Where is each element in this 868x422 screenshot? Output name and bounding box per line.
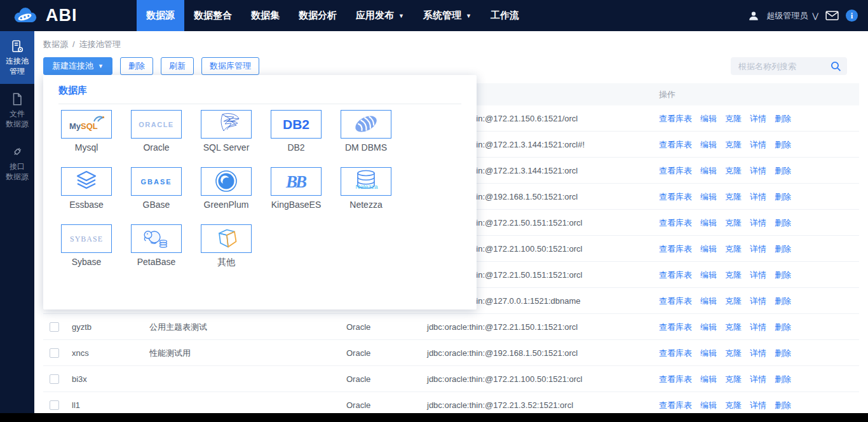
action-link[interactable]: 查看库表 — [659, 132, 692, 158]
action-link[interactable]: 克隆 — [725, 340, 742, 366]
row-checkbox[interactable] — [50, 400, 59, 410]
action-link[interactable]: 编辑 — [700, 184, 717, 210]
sidebar-item-api[interactable]: 接口 数据源 — [0, 137, 34, 189]
action-link[interactable]: 删除 — [775, 184, 791, 210]
row-checkbox[interactable] — [50, 322, 59, 332]
db-card-sqlserver[interactable] — [201, 110, 252, 139]
db-card-sybase[interactable]: SYBASE — [61, 224, 112, 253]
db-card-kingbase[interactable]: BB — [271, 167, 322, 196]
action-link[interactable]: 删除 — [775, 132, 791, 158]
row-checkbox[interactable] — [50, 348, 59, 358]
action-link[interactable]: 删除 — [775, 340, 791, 366]
action-link[interactable]: 克隆 — [725, 158, 742, 184]
refresh-button[interactable]: 刷新 — [161, 57, 194, 75]
db-card-gbase[interactable]: GBASE — [131, 167, 182, 196]
nav-item-workflow[interactable]: 工作流 ▼ — [481, 0, 529, 31]
action-link[interactable]: 删除 — [775, 210, 791, 236]
action-link[interactable]: 删除 — [775, 158, 791, 184]
action-link[interactable]: 查看库表 — [659, 236, 692, 262]
action-link[interactable]: 详情 — [750, 340, 766, 366]
action-link[interactable]: 详情 — [750, 366, 766, 392]
action-link[interactable]: 详情 — [750, 132, 766, 158]
db-manage-button[interactable]: 数据库管理 — [201, 57, 259, 75]
db-card-essbase[interactable] — [61, 167, 112, 196]
db-card-petabase[interactable] — [131, 224, 182, 253]
action-link[interactable]: 删除 — [775, 288, 791, 314]
action-link[interactable]: 详情 — [750, 184, 766, 210]
db-card-greenplum[interactable] — [201, 167, 252, 196]
action-link[interactable]: 查看库表 — [659, 210, 692, 236]
nav-item-dataset[interactable]: 数据集 ▼ — [241, 0, 289, 31]
caret-down-icon: ▼ — [466, 13, 471, 19]
action-link[interactable]: 编辑 — [700, 236, 717, 262]
nav-item-datasource[interactable]: 数据源 ▼ — [137, 0, 184, 31]
action-link[interactable]: 编辑 — [700, 366, 717, 392]
action-link[interactable]: 克隆 — [725, 210, 742, 236]
db-card-db2[interactable]: DB2 — [271, 110, 322, 139]
db-card-other[interactable] — [201, 224, 252, 253]
action-link[interactable]: 克隆 — [725, 132, 742, 158]
new-pool-button[interactable]: 新建连接池 ▼ — [43, 57, 112, 75]
action-link[interactable]: 详情 — [750, 236, 766, 262]
action-link[interactable]: 查看库表 — [659, 106, 692, 132]
nav-item-system[interactable]: 系统管理 ▼ — [414, 0, 481, 31]
info-icon[interactable]: i — [846, 10, 858, 22]
db-card-netezza[interactable]: Netezza — [341, 167, 391, 196]
action-link[interactable]: 编辑 — [700, 210, 717, 236]
action-link[interactable]: 编辑 — [700, 132, 717, 158]
mail-icon[interactable] — [825, 11, 839, 20]
breadcrumb-item[interactable]: 数据源 — [43, 39, 68, 49]
nav-item-integration[interactable]: 数据整合 ▼ — [184, 0, 241, 31]
action-link[interactable]: 详情 — [750, 106, 766, 132]
nav-item-analysis[interactable]: 数据分析 ▼ — [289, 0, 346, 31]
action-link[interactable]: 编辑 — [700, 262, 717, 288]
action-link[interactable]: 查看库表 — [659, 262, 692, 288]
action-link[interactable]: 克隆 — [725, 314, 742, 340]
action-link[interactable]: 克隆 — [725, 288, 742, 314]
other-logo-icon — [201, 224, 252, 253]
action-link[interactable]: 编辑 — [700, 340, 717, 366]
action-link[interactable]: 详情 — [750, 262, 766, 288]
action-link[interactable]: 删除 — [775, 236, 791, 262]
action-link[interactable]: 详情 — [750, 158, 766, 184]
db-card-dmdbms[interactable] — [341, 110, 391, 139]
action-link[interactable]: 查看库表 — [659, 158, 692, 184]
action-link[interactable]: 详情 — [750, 210, 766, 236]
action-link[interactable]: 查看库表 — [659, 288, 692, 314]
delete-button[interactable]: 删除 — [120, 57, 153, 75]
cell-name: bi3x — [72, 366, 87, 392]
sidebar-item-pool[interactable]: 连接池 管理 — [0, 31, 34, 84]
action-link[interactable]: 删除 — [775, 314, 791, 340]
action-link[interactable]: 删除 — [775, 262, 791, 288]
action-link[interactable]: 克隆 — [725, 262, 742, 288]
action-link[interactable]: 编辑 — [700, 106, 717, 132]
sidebar-item-file[interactable]: 文件 数据源 — [0, 84, 34, 137]
action-link[interactable]: 克隆 — [725, 184, 742, 210]
search-input[interactable] — [738, 62, 831, 71]
file-icon — [10, 92, 24, 106]
action-link[interactable]: 克隆 — [725, 106, 742, 132]
row-checkbox[interactable] — [50, 374, 59, 384]
db-card-oracle[interactable]: ORACLE — [131, 110, 182, 139]
app-logo[interactable]: ABI — [0, 0, 137, 31]
action-link[interactable]: 详情 — [750, 314, 766, 340]
bottom-black-bar — [0, 413, 868, 422]
action-link[interactable]: 编辑 — [700, 158, 717, 184]
action-link[interactable]: 删除 — [775, 106, 791, 132]
db-card-mysql[interactable]: MySQL — [61, 110, 112, 139]
action-link[interactable]: 克隆 — [725, 236, 742, 262]
action-link[interactable]: 查看库表 — [659, 340, 692, 366]
nav-item-publish[interactable]: 应用发布 ▼ — [346, 0, 414, 31]
action-link[interactable]: 删除 — [775, 366, 791, 392]
action-link[interactable]: 查看库表 — [659, 366, 692, 392]
action-link[interactable]: 详情 — [750, 288, 766, 314]
action-link[interactable]: 编辑 — [700, 288, 717, 314]
user-name[interactable]: 超级管理员 — [766, 10, 808, 22]
action-link[interactable]: 查看库表 — [659, 184, 692, 210]
action-link[interactable]: 查看库表 — [659, 314, 692, 340]
cell-name: gyztb — [72, 314, 92, 340]
chevron-down-icon[interactable]: ⋁ — [812, 11, 818, 20]
action-link[interactable]: 编辑 — [700, 314, 717, 340]
search-icon[interactable] — [831, 61, 841, 72]
action-link[interactable]: 克隆 — [725, 366, 742, 392]
